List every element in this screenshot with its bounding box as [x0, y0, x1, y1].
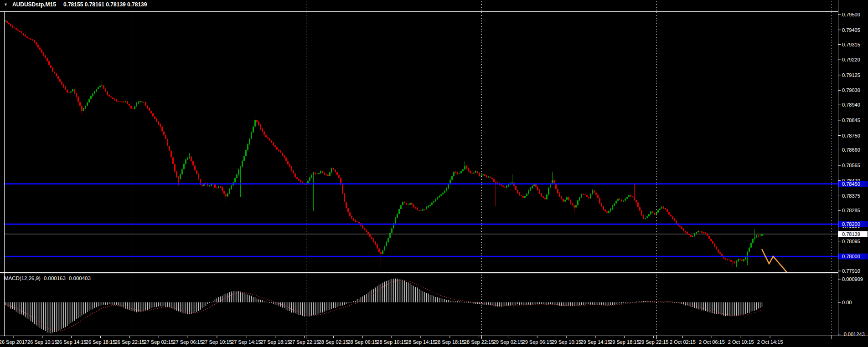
macd-plot-area[interactable] — [4, 275, 838, 336]
symbol-title: AUDUSDstp,M15 — [12, 1, 56, 8]
chart-svg: 0.795000.794050.793150.792200.791250.790… — [0, 0, 868, 347]
price-axis-scale[interactable] — [838, 0, 868, 336]
macd-indicator-label: MACD(12,26,9) -0.000163 -0.000403 — [4, 276, 91, 281]
symbol-dropdown-icon[interactable]: ▼ — [4, 2, 8, 7]
time-axis-scale[interactable] — [0, 336, 868, 347]
chart-plot-area[interactable] — [4, 11, 838, 272]
ohlc-readout: 0.78155 0.78161 0.78139 0.78139 — [63, 1, 147, 8]
chart-header: ▼ AUDUSDstp,M15 0.78155 0.78161 0.78139 … — [4, 1, 147, 8]
